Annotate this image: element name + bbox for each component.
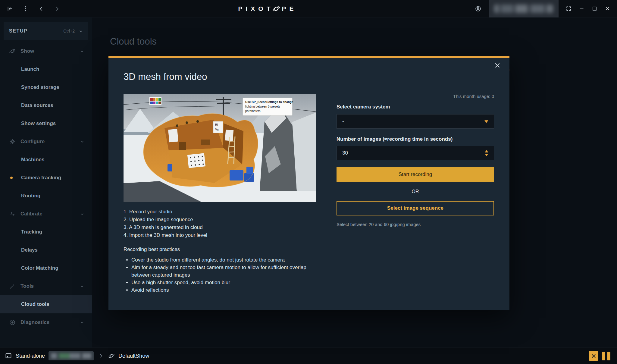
forward-icon[interactable] [54, 5, 60, 12]
chevron-down-icon [80, 212, 84, 216]
svg-text:parameters.: parameters. [245, 109, 261, 113]
maximize-icon[interactable] [592, 6, 597, 11]
color-checker-chart [149, 97, 161, 105]
step-item: 2. Upload the image sequence [124, 216, 316, 224]
show-orbit-icon [108, 353, 115, 359]
current-show-selector[interactable]: DefaultShow [118, 353, 149, 359]
sidebar-item-show-settings[interactable]: Show settings [0, 115, 92, 133]
chevron-down-icon [80, 49, 84, 53]
page-title: Cloud tools [110, 36, 157, 47]
wand-icon [9, 283, 16, 290]
back-icon[interactable] [38, 5, 45, 12]
studio-scan-preview-image: Use BP_SceneSettings to change lighting … [124, 94, 316, 202]
scene-callout-note: Use BP_SceneSettings to change lighting … [243, 98, 293, 115]
close-dialog-icon[interactable] [494, 62, 501, 69]
blurred-machine-name [49, 351, 94, 360]
camera-system-label: Select camera system [337, 104, 390, 110]
mode-selector[interactable]: Stand-alone [16, 353, 45, 359]
sidebar-item-tracking[interactable]: Tracking [0, 223, 92, 241]
app-window: PIXOT PE SET [0, 0, 617, 364]
dialog-title: 3D mesh from video [124, 71, 207, 82]
camera-system-select[interactable]: - [337, 114, 494, 129]
kebab-menu-icon[interactable] [22, 5, 29, 12]
step-item: 4. Import the 3D mesh into your level [124, 231, 316, 239]
instructions-block: 1. Record your studio 2. Upload the imag… [124, 208, 316, 294]
number-stepper[interactable] [485, 150, 488, 156]
section-shortcut: Ctrl+2 [63, 29, 75, 33]
start-recording-button[interactable]: Start recording [337, 167, 494, 182]
stepper-up-icon[interactable] [485, 150, 488, 152]
number-of-images-value: 30 [342, 150, 348, 156]
best-practice-item: Avoid reflections [131, 286, 316, 294]
status-bar: Stand-alone DefaultShow [0, 347, 617, 364]
minimize-icon[interactable] [579, 6, 584, 11]
sidebar-item-show[interactable]: Show [0, 42, 92, 60]
sidebar-item-camera-tracking[interactable]: Camera tracking [0, 169, 92, 187]
step-item: 1. Record your studio [124, 208, 316, 216]
step-item: 3. A 3D mesh is generated in cloud [124, 224, 316, 231]
svg-text:lighting between 5 presets: lighting between 5 presets [245, 105, 280, 108]
steps-list: 1. Record your studio 2. Upload the imag… [124, 208, 316, 239]
best-practice-item: Use a high shutter speed, avoid motion b… [131, 279, 316, 286]
sidebar-item-configure[interactable]: Configure [0, 133, 92, 151]
sidebar: SETUP Ctrl+2 Show Launch Synced storage … [0, 17, 92, 347]
show-orbit-icon [9, 48, 16, 55]
best-practices-title: Recording best practices [124, 246, 316, 253]
svg-text:Va: Va [215, 128, 219, 131]
diagnostics-icon [9, 319, 16, 326]
chevron-down-icon [79, 29, 83, 33]
camera-system-value: - [342, 118, 344, 124]
sidebar-item-data-sources[interactable]: Data sources [0, 96, 92, 115]
chevron-down-icon [80, 321, 84, 325]
sidebar-item-delays[interactable]: Delays [0, 241, 92, 259]
monthly-usage-text: This month usage: 0 [337, 94, 494, 99]
sidebar-item-routing[interactable]: Routing [0, 187, 92, 205]
svg-text:Use BP_SceneSettings to change: Use BP_SceneSettings to change [245, 100, 293, 104]
recording-form: This month usage: 0 Select camera system… [337, 58, 494, 269]
machine-icon [5, 352, 12, 359]
logo-text-right: PE [282, 5, 297, 12]
svg-text:Bl: Bl [215, 123, 218, 127]
best-practice-item: Aim for a steady and not too fast camera… [131, 264, 316, 279]
blurred-account-name [489, 0, 559, 17]
chevron-down-icon [484, 120, 488, 123]
section-selector-setup[interactable]: SETUP Ctrl+2 [4, 22, 88, 40]
close-x-icon [591, 353, 596, 359]
sidebar-item-diagnostics[interactable]: Diagnostics [0, 313, 92, 331]
stop-show-button[interactable] [589, 351, 598, 361]
sidebar-item-cloud-tools[interactable]: Cloud tools [0, 295, 92, 313]
chevron-down-icon [80, 140, 84, 144]
pixotope-logo: PIXOT PE [238, 5, 297, 13]
sidebar-item-launch[interactable]: Launch [0, 60, 92, 78]
collapse-sidebar-icon[interactable] [7, 5, 13, 12]
pause-bar [607, 352, 610, 360]
scene-tag-note: Bl Va [213, 121, 223, 133]
best-practice-item: Cover the studio from different angles, … [131, 256, 316, 264]
top-bar: PIXOT PE [0, 0, 617, 17]
best-practices-list: Cover the studio from different angles, … [124, 256, 316, 294]
active-indicator-dot [10, 177, 13, 179]
close-window-icon[interactable] [605, 6, 610, 11]
section-label: SETUP [9, 28, 27, 34]
sidebar-item-machines[interactable]: Machines [0, 151, 92, 169]
number-of-images-label: Number of images (≈recording time in sec… [337, 136, 453, 142]
gear-icon [9, 138, 16, 145]
chevron-right-icon [99, 353, 103, 358]
or-separator: OR [337, 189, 494, 194]
atom-logo-icon [272, 5, 280, 13]
calibrate-sliders-icon [9, 211, 16, 217]
chevron-down-icon [80, 284, 84, 288]
sidebar-item-calibrate[interactable]: Calibrate [0, 205, 92, 223]
pause-button[interactable] [602, 352, 610, 360]
stepper-down-icon[interactable] [485, 154, 488, 156]
select-image-sequence-button[interactable]: Select image sequence [337, 201, 494, 215]
number-of-images-input[interactable]: 30 [337, 146, 494, 160]
fullscreen-icon[interactable] [566, 6, 572, 11]
pause-bar [602, 352, 605, 360]
sidebar-item-tools[interactable]: Tools [0, 277, 92, 295]
sidebar-item-synced-storage[interactable]: Synced storage [0, 78, 92, 96]
logo-text-left: PIXOT [238, 5, 274, 12]
sidebar-item-color-matching[interactable]: Color Matching [0, 259, 92, 277]
account-icon[interactable] [475, 5, 481, 12]
mesh-from-video-dialog: 3D mesh from video [108, 56, 509, 310]
